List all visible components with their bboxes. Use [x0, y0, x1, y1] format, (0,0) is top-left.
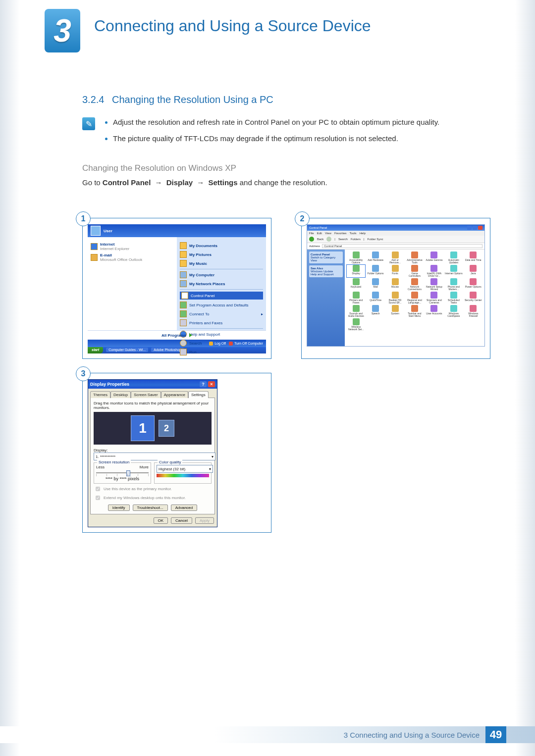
controlpanel-item[interactable]: Administrative Tools	[405, 252, 424, 264]
controlpanel-item[interactable]: Network Setup Wizard	[425, 278, 443, 291]
back-icon[interactable]	[309, 237, 314, 242]
start-item-setaccess[interactable]: Set Program Access and Defaults	[180, 302, 263, 308]
monitor-2[interactable]: 2	[159, 420, 174, 437]
toolbar-folders[interactable]: Folders	[351, 238, 361, 241]
controlpanel-item[interactable]: Wireless Network Set...	[347, 318, 365, 331]
controlpanel-item[interactable]: Add Hardware	[366, 252, 384, 264]
ok-button[interactable]: OK	[154, 517, 168, 524]
menu-tools[interactable]: Tools	[350, 232, 357, 235]
controlpanel-item[interactable]: Automatic Updates	[444, 252, 463, 264]
start-item-controlpanel[interactable]: Control Panel	[180, 292, 263, 300]
controlpanel-item[interactable]: Power Options	[464, 278, 482, 291]
controlpanel-item[interactable]: Scanners and Cameras	[425, 292, 443, 304]
resolution-slider[interactable]: ||||||	[96, 470, 149, 475]
start-item-printers[interactable]: Printers and Faxes	[180, 319, 263, 326]
screenshot-1-start-menu: 1 User InternetInternet Explorer E-ma	[82, 218, 271, 359]
start-item-netplaces[interactable]: My Network Places	[180, 280, 263, 287]
menu-view[interactable]: View	[325, 232, 331, 235]
display-select[interactable]: 1. ********** ▾	[94, 453, 215, 460]
troubleshoot-button[interactable]: Troubleshoot...	[133, 504, 168, 511]
controlpanel-item[interactable]: Keyboard	[347, 278, 365, 291]
controlpanel-item[interactable]: Realtek HD Sound Eff...	[386, 292, 404, 304]
forward-icon[interactable]	[326, 237, 331, 242]
start-item-mydocs[interactable]: My Documents	[180, 242, 263, 249]
monitor-1[interactable]: 1	[131, 415, 155, 441]
taskbar-task[interactable]: Computer Guides - Wi...	[106, 348, 148, 352]
controlpanel-item[interactable]: Display	[347, 265, 365, 277]
start-item-internet[interactable]: InternetInternet Explorer	[91, 242, 174, 251]
minimize-icon[interactable]	[467, 226, 472, 230]
close-icon[interactable]: ×	[208, 381, 215, 387]
address-bar[interactable]: Address Control Panel	[307, 243, 484, 250]
color-quality-group: Color quality Highest (32 bit) ▾	[154, 462, 212, 484]
menu-edit[interactable]: Edit	[317, 232, 322, 235]
note-item: The picture quality of TFT-LCDs may degr…	[113, 133, 439, 144]
controlpanel-item[interactable]: Speech	[366, 305, 384, 317]
start-item-run[interactable]: Run...	[180, 349, 263, 355]
toolbar-foldersync[interactable]: Folder Sync	[368, 238, 383, 241]
menu-favorites[interactable]: Favorites	[334, 232, 347, 235]
menu-help[interactable]: Help	[360, 232, 366, 235]
controlpanel-item[interactable]: Taskbar and Start Menu	[405, 305, 424, 317]
controlpanel-item[interactable]: Adobe Gamma	[425, 252, 443, 264]
ie-icon	[91, 243, 98, 250]
tab-settings[interactable]: Settings	[188, 391, 209, 398]
controlpanel-item[interactable]: System	[386, 305, 404, 317]
start-item-email[interactable]: E-mailMicrosoft Office Outlook	[91, 253, 174, 262]
start-item-help[interactable]: Help and Support	[180, 331, 263, 338]
controlpanel-item[interactable]: Intel(R) GMA Driver for...	[425, 265, 443, 277]
start-turnoff[interactable]: Turn Off Computer	[229, 342, 263, 346]
controlpanel-item[interactable]: Windows CardSpace	[444, 305, 463, 317]
controlpanel-item[interactable]: Accessibility Options	[347, 252, 365, 264]
controlpanel-item[interactable]: Mouse	[386, 278, 404, 291]
checkbox-extend-desktop[interactable]: Extend my Windows desktop onto this moni…	[94, 494, 212, 502]
maximize-icon[interactable]	[473, 226, 477, 230]
controlpanel-item[interactable]: Security Center	[464, 292, 482, 304]
controlpanel-item[interactable]: Sounds and Audio Devices	[347, 305, 365, 317]
controlpanel-item[interactable]: Network Connections	[405, 278, 424, 291]
controlpanel-item[interactable]: QuickTime	[366, 292, 384, 304]
advanced-button[interactable]: Advanced	[171, 504, 198, 511]
controlpanel-item[interactable]: Printers and Faxes	[347, 292, 365, 304]
sidebar-switch-view[interactable]: Switch to Category View	[311, 256, 335, 262]
tab-appearance[interactable]: Appearance	[161, 391, 188, 398]
help-icon[interactable]: ?	[200, 381, 207, 387]
tab-desktop[interactable]: Desktop	[110, 391, 131, 398]
tab-themes[interactable]: Themes	[90, 391, 110, 398]
taskbar-task[interactable]: Adobe Photoshop	[151, 348, 184, 352]
controlpanel-item[interactable]: User Accounts	[425, 305, 443, 317]
folder-icon	[180, 260, 187, 267]
cancel-button[interactable]: Cancel	[171, 517, 192, 524]
controlpanel-item[interactable]: Add or Remove...	[386, 252, 404, 264]
tab-screensaver[interactable]: Screen Saver	[131, 391, 160, 398]
controlpanel-item[interactable]: Game Controllers	[405, 265, 424, 277]
controlpanel-item[interactable]: Java	[464, 265, 482, 277]
controlpanel-item[interactable]: Folder Options	[366, 265, 384, 277]
controlpanel-icon-grid: Accessibility OptionsAdd HardwareAdd or …	[345, 250, 484, 346]
controlpanel-item[interactable]: Regional and Language...	[405, 292, 424, 304]
controlpanel-item[interactable]: Fonts	[386, 265, 404, 277]
start-logoff[interactable]: Log Off	[209, 342, 226, 346]
controlpanel-item[interactable]: Windows Firewall	[464, 305, 482, 317]
controlpanel-item[interactable]: Mail	[366, 278, 384, 291]
controlpanel-item[interactable]: Phone and Modem...	[444, 278, 463, 291]
color-quality-select[interactable]: Highest (32 bit) ▾	[157, 465, 213, 473]
toolbar-search[interactable]: Search	[338, 238, 348, 241]
controlpanel-item[interactable]: Scheduled Tasks	[444, 292, 463, 304]
menu-file[interactable]: File	[309, 232, 314, 235]
checkbox-primary-monitor[interactable]: Use this device as the primary monitor.	[94, 485, 212, 493]
identify-button[interactable]: Identify	[108, 504, 130, 511]
monitor-arrange-area[interactable]: 1 2	[94, 412, 212, 445]
controlpanel-item[interactable]: Date and Time	[464, 252, 482, 264]
menubar: File Edit View Favorites Tools Help	[307, 231, 484, 236]
start-item-mypics[interactable]: My Pictures	[180, 251, 263, 258]
sidebar-helpsupport[interactable]: Help and Support	[311, 273, 334, 276]
drag-hint-text: Drag the monitor icons to match the phys…	[94, 401, 212, 410]
start-item-mycomp[interactable]: My Computer	[180, 271, 263, 278]
controlpanel-item[interactable]: Internet Options	[444, 265, 463, 277]
start-item-mymusic[interactable]: My Music	[180, 260, 263, 267]
page-footer: 3 Connecting and Using a Source Device 4…	[0, 726, 535, 743]
close-icon[interactable]	[478, 226, 482, 230]
apply-button[interactable]: Apply	[195, 517, 214, 524]
start-item-connect[interactable]: Connect To▸	[180, 310, 263, 317]
